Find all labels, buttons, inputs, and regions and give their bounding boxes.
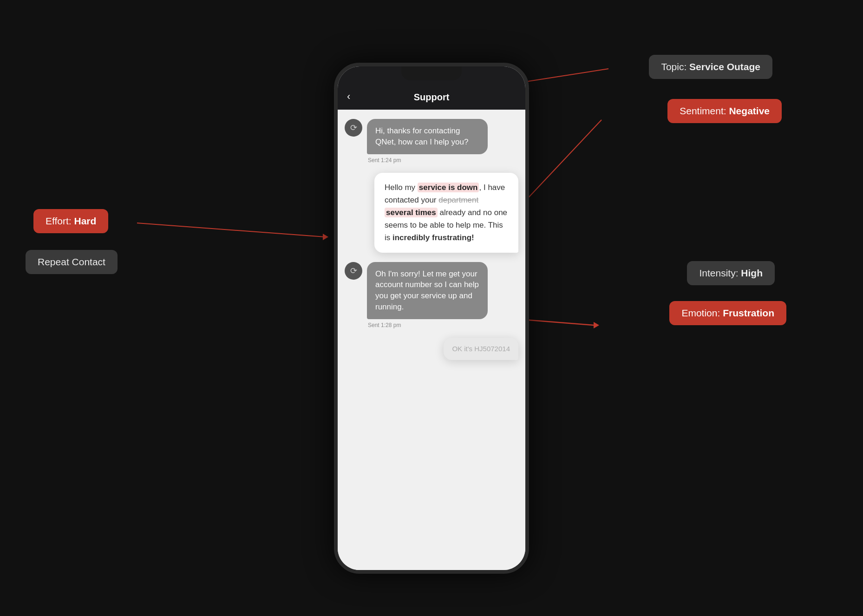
strikethrough-department: department: [438, 196, 478, 204]
sentiment-label: Sentiment:: [680, 105, 726, 116]
user-text-1: Hello my: [385, 183, 418, 192]
chat-title: Support: [414, 87, 450, 103]
sent-time-1: Sent 1:24 pm: [368, 157, 518, 164]
bot-message-2-text: Oh I'm sorry! Let me get your account nu…: [375, 269, 479, 311]
emotion-pill: Emotion: Frustration: [669, 301, 786, 325]
bot-avatar: ⟳: [345, 119, 362, 137]
bot-message-1-text: Hi, thanks for contacting QNet, how can …: [375, 126, 468, 146]
bot-bubble-2: Oh I'm sorry! Let me get your account nu…: [367, 262, 488, 319]
topic-value: Service Outage: [689, 61, 760, 72]
bot-icon: ⟳: [350, 123, 357, 133]
effort-label: Effort:: [46, 216, 72, 226]
user-bubble: Hello my service is down, I have contact…: [374, 173, 518, 253]
bot-message-2: ⟳ Oh I'm sorry! Let me get your account …: [345, 262, 518, 319]
intensity-label: Intensity:: [699, 268, 738, 278]
sent-time-2: Sent 1:28 pm: [368, 322, 518, 328]
partial-text: OK it's HJ5072014: [452, 345, 510, 353]
user-message-partial: OK it's HJ5072014: [345, 338, 518, 360]
emotion-value: Frustration: [723, 308, 774, 318]
repeat-contact-label: Repeat Contact: [38, 256, 105, 267]
chat-body: ⟳ Hi, thanks for contacting QNet, how ca…: [338, 110, 525, 570]
svg-marker-4: [594, 322, 599, 328]
sentiment-value: Negative: [729, 105, 770, 116]
bot-bubble-1: Hi, thanks for contacting QNet, how can …: [367, 119, 488, 154]
repeat-contact-pill: Repeat Contact: [26, 250, 118, 274]
phone-screen: ‹ Support ⟳ Hi, thanks for contacting QN…: [338, 66, 525, 570]
topic-pill: Topic: Service Outage: [649, 55, 772, 79]
highlight-service-down: service is down: [418, 183, 479, 192]
bot-avatar-2: ⟳: [345, 262, 362, 280]
effort-pill: Effort: Hard: [33, 209, 108, 233]
phone-notch: [401, 66, 462, 80]
svg-marker-5: [323, 234, 328, 240]
bold-frustrating: incredibly frustrating!: [392, 233, 474, 242]
effort-value: Hard: [74, 216, 96, 226]
svg-line-2: [137, 223, 325, 237]
intensity-pill: Intensity: High: [687, 261, 775, 285]
bot-icon-2: ⟳: [350, 266, 357, 276]
back-button[interactable]: ‹: [347, 91, 350, 103]
sentiment-pill: Sentiment: Negative: [667, 99, 782, 123]
highlight-several-times: several times: [385, 208, 438, 217]
intensity-value: High: [741, 268, 763, 278]
bot-message-1: ⟳ Hi, thanks for contacting QNet, how ca…: [345, 119, 518, 154]
topic-label: Topic:: [661, 61, 686, 72]
user-message: Hello my service is down, I have contact…: [345, 173, 518, 253]
emotion-label: Emotion:: [681, 308, 720, 318]
phone-mockup: ‹ Support ⟳ Hi, thanks for contacting QN…: [334, 63, 529, 574]
user-bubble-partial: OK it's HJ5072014: [444, 338, 518, 360]
